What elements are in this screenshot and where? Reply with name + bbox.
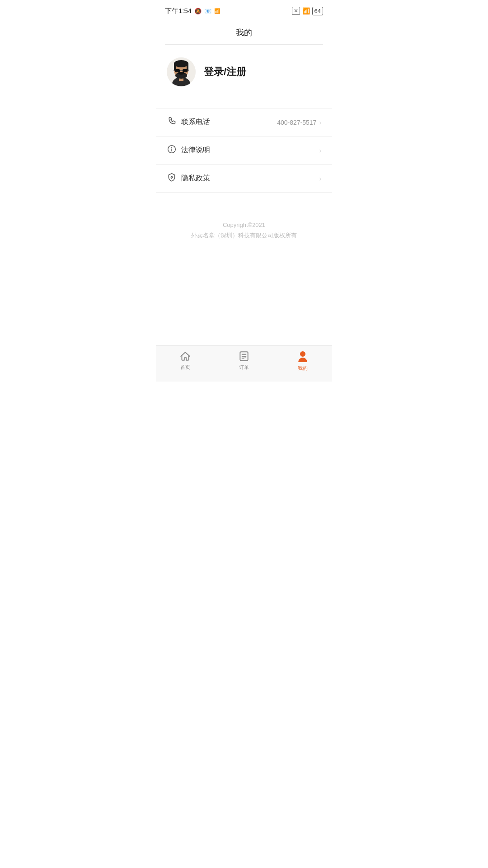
svg-point-4 <box>174 60 188 67</box>
legal-chevron: › <box>319 147 321 154</box>
svg-line-11 <box>188 70 189 71</box>
copyright-section: Copyright©2021 外卖名堂（深圳）科技有限公司版权所有 <box>156 220 332 241</box>
nav-item-orders[interactable]: ¥ 订单 <box>215 350 273 371</box>
mute-icon: 🔕 <box>194 8 202 14</box>
nav-home-label: 首页 <box>180 364 190 371</box>
privacy-chevron: › <box>319 175 321 182</box>
close-icon: ✕ <box>292 7 300 15</box>
message-icon: 📧 <box>204 8 211 14</box>
login-register-text: 登录/注册 <box>204 65 246 79</box>
nav-item-profile[interactable]: 我的 <box>273 350 332 372</box>
svg-text:¥: ¥ <box>244 356 246 359</box>
contact-value: 400-827-5517 <box>277 119 316 126</box>
status-bar: 下午1:54 🔕 📧 📶 ✕ 📶 64 <box>156 0 332 20</box>
avatar <box>167 57 196 86</box>
contact-label: 联系电话 <box>181 118 210 127</box>
info-icon <box>167 145 177 156</box>
copyright-line1: Copyright©2021 <box>156 220 332 230</box>
person-icon <box>296 350 309 363</box>
status-time: 下午1:54 <box>165 7 192 15</box>
svg-line-10 <box>174 70 175 71</box>
home-icon <box>179 350 191 362</box>
nav-orders-label: 订单 <box>239 364 249 371</box>
nav-item-home[interactable]: 首页 <box>156 350 215 371</box>
wifi-icon: 📶 <box>302 7 310 14</box>
menu-item-legal[interactable]: 法律说明 › <box>156 137 332 165</box>
menu-item-privacy[interactable]: 隐私政策 › <box>156 165 332 193</box>
privacy-label: 隐私政策 <box>181 174 210 183</box>
signal-icon: 📶 <box>214 8 221 14</box>
copyright-line2: 外卖名堂（深圳）科技有限公司版权所有 <box>156 230 332 241</box>
contact-chevron: › <box>319 119 321 126</box>
phone-icon <box>167 117 177 128</box>
battery-icon: 64 <box>312 7 323 15</box>
svg-rect-8 <box>183 69 188 72</box>
order-icon: ¥ <box>238 350 250 362</box>
page-title: 我的 <box>156 20 332 44</box>
bottom-nav: 首页 ¥ 订单 我的 <box>156 345 332 382</box>
menu-item-contact[interactable]: 联系电话 400-827-5517 › <box>156 108 332 137</box>
svg-rect-7 <box>175 69 180 72</box>
user-section[interactable]: 登录/注册 <box>156 45 332 99</box>
legal-label: 法律说明 <box>181 146 210 155</box>
shield-icon <box>167 173 177 184</box>
menu-section: 联系电话 400-827-5517 › 法律说明 › <box>156 108 332 193</box>
svg-point-13 <box>178 72 185 75</box>
nav-profile-label: 我的 <box>298 365 308 372</box>
